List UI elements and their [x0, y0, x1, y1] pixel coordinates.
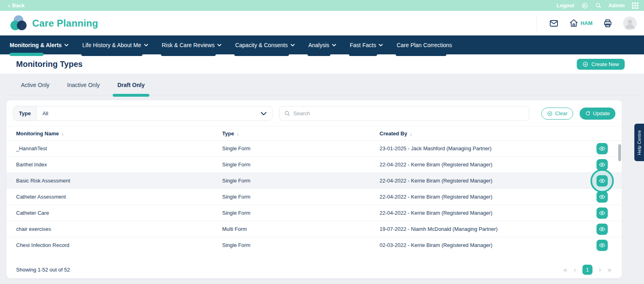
nav-fast-facts[interactable]: Fast Facts: [350, 35, 383, 54]
main-nav: Monitoring & Alerts Life History & About…: [0, 35, 644, 54]
type-select-value: All: [37, 110, 261, 116]
col-label: Created By: [380, 131, 407, 137]
first-page-button[interactable]: «: [564, 266, 567, 273]
col-label: Monitoring Name: [16, 131, 59, 137]
chevron-left-icon: ‹: [8, 2, 10, 8]
chevron-down-icon: [64, 44, 68, 46]
logout-icon[interactable]: [582, 2, 588, 9]
nav-capacity-consents[interactable]: Capacity & Consents: [235, 35, 295, 54]
search-input[interactable]: [293, 110, 524, 116]
back-button[interactable]: ‹ Back: [8, 2, 25, 8]
cell-created-by: 23-01-2025 - Jack Mashford (Managing Par…: [380, 145, 594, 151]
cell-created-by: 22-04-2022 - Kerrie Biram (Registered Ma…: [380, 194, 594, 200]
help-centre-label: Help Centre: [637, 130, 642, 155]
cell-created-by: 22-04-2022 - Kerrie Biram (Registered Ma…: [380, 210, 594, 216]
cell-monitoring-name: chair exercises: [16, 226, 222, 232]
table-row: Chest Infection Record Single Form 02-03…: [6, 237, 622, 253]
cell-monitoring-name: Basic Risk Assessment: [16, 178, 222, 184]
col-label: Type: [222, 131, 234, 137]
cell-type: Multi Form: [222, 226, 380, 232]
nav-label: Analysis: [308, 42, 329, 48]
col-type[interactable]: Type ↓: [222, 131, 380, 137]
next-page-button[interactable]: ›: [599, 266, 601, 273]
tab-inactive-only[interactable]: Inactive Only: [67, 82, 100, 95]
clear-label: Clear: [555, 110, 568, 116]
view-button[interactable]: [597, 191, 608, 203]
table-footer: Showing 1-52 out of 52 « ‹ 1 › »: [6, 261, 622, 278]
cell-monitoring-name: Catheter Care: [16, 210, 222, 216]
chevron-down-icon: [291, 44, 295, 46]
col-created-by[interactable]: Created By ↓: [380, 131, 594, 137]
cell-type: Single Form: [222, 242, 380, 248]
showing-count: Showing 1-52 out of 52: [16, 267, 70, 273]
cell-created-by: 02-03-2022 - Kerrie Biram (Registered Ma…: [380, 242, 594, 248]
sort-icon[interactable]: ↓: [236, 131, 239, 137]
sort-icon[interactable]: ↓: [61, 131, 64, 137]
eye-icon: [599, 162, 605, 168]
page-title: Monitoring Types: [16, 60, 83, 69]
chevron-down-icon: [217, 44, 221, 46]
monitoring-types-card: Type All Clear Update Monitoring Name: [6, 100, 622, 278]
cell-created-by: 22-04-2022 - Kerrie Biram (Registered Ma…: [380, 178, 594, 184]
view-button[interactable]: [597, 143, 608, 154]
home-button[interactable]: HAM: [569, 19, 592, 28]
chevron-down-icon: [144, 44, 148, 46]
cell-type: Single Form: [222, 178, 380, 184]
cell-created-by: 19-07-2022 - Niamh McDonald (Managing Pa…: [380, 226, 594, 232]
top-utility-bar: ‹ Back Logout Admin: [0, 0, 644, 11]
tab-active-only[interactable]: Active Only: [21, 82, 50, 95]
current-page[interactable]: 1: [582, 265, 592, 275]
nav-monitoring-alerts[interactable]: Monitoring & Alerts: [10, 35, 68, 54]
view-button[interactable]: [597, 224, 608, 235]
print-icon[interactable]: [603, 19, 613, 28]
view-button[interactable]: [597, 207, 608, 219]
status-tabs: Active Only Inactive Only Draft Only: [6, 82, 638, 95]
nav-analysis[interactable]: Analysis: [308, 35, 336, 54]
type-select-label: Type: [13, 106, 37, 120]
view-button[interactable]: [597, 159, 608, 170]
table-header: Monitoring Name ↓ Type ↓ Created By ↓: [6, 126, 622, 140]
refresh-icon: [585, 111, 590, 116]
table-row: Catheter Assessment Single Form 22-04-20…: [6, 189, 622, 205]
brand: Care Planning: [10, 15, 98, 32]
scrollbar-thumb[interactable]: [618, 144, 621, 161]
eye-icon: [599, 145, 605, 152]
sort-icon[interactable]: ↓: [410, 131, 413, 137]
eye-icon: [599, 226, 605, 232]
nav-life-history[interactable]: Life History & About Me: [82, 35, 148, 54]
mail-icon[interactable]: [549, 19, 559, 28]
nav-label: Fast Facts: [350, 42, 376, 48]
table-row: _HannahTest Single Form 23-01-2025 - Jac…: [6, 140, 622, 156]
nav-care-plan-corrections[interactable]: Care Plan Corrections: [396, 35, 452, 54]
last-page-button[interactable]: »: [608, 266, 611, 273]
clear-button[interactable]: Clear: [541, 108, 573, 120]
view-button[interactable]: [597, 175, 608, 187]
search-icon[interactable]: [595, 2, 601, 8]
eye-icon: [599, 194, 605, 200]
cell-monitoring-name: _HannahTest: [16, 145, 222, 151]
create-new-button[interactable]: Create New: [577, 59, 625, 70]
help-centre-tab[interactable]: Help Centre: [634, 124, 644, 161]
admin-menu[interactable]: Admin: [609, 2, 625, 8]
tab-draft-only[interactable]: Draft Only: [118, 82, 145, 95]
view-button[interactable]: [597, 240, 608, 251]
cell-type: Single Form: [222, 162, 380, 168]
nav-risk-care-reviews[interactable]: Risk & Care Reviews: [162, 35, 221, 54]
prev-page-button[interactable]: ‹: [574, 266, 576, 273]
type-select[interactable]: Type All: [13, 106, 272, 121]
plus-circle-icon: [582, 61, 588, 67]
col-monitoring-name[interactable]: Monitoring Name ↓: [16, 131, 222, 137]
logout-button[interactable]: Logout: [557, 2, 574, 8]
content-area: Active Only Inactive Only Draft Only Typ…: [0, 74, 644, 278]
page-title-bar: Monitoring Types Create New: [0, 54, 644, 74]
user-avatar[interactable]: [623, 17, 637, 30]
header-divider: [537, 16, 537, 31]
update-button[interactable]: Update: [580, 108, 615, 120]
search-icon: [284, 110, 290, 116]
app-logo: [10, 15, 27, 32]
table-row: Catheter Care Single Form 22-04-2022 - K…: [6, 205, 622, 221]
nav-label: Risk & Care Reviews: [162, 42, 215, 48]
apps-grid-icon[interactable]: [632, 2, 638, 9]
home-icon: [569, 19, 578, 28]
eye-icon: [599, 178, 605, 184]
